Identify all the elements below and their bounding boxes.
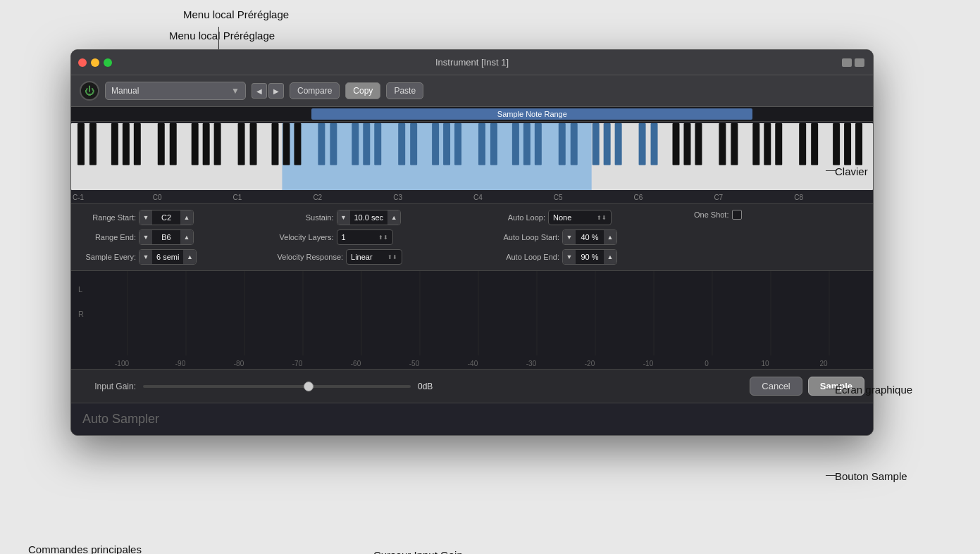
svg-rect-33 — [559, 123, 566, 165]
window-title: Instrument [Inst 1] — [435, 57, 509, 68]
svg-rect-25 — [432, 123, 439, 165]
sustain-increment[interactable]: ▲ — [387, 210, 400, 225]
svg-text:-60: -60 — [351, 360, 361, 367]
cancel-button[interactable]: Cancel — [750, 377, 802, 396]
sustain-decrement[interactable]: ▼ — [337, 210, 350, 225]
svg-rect-47 — [775, 123, 782, 165]
svg-rect-17 — [294, 123, 301, 165]
svg-rect-26 — [443, 123, 450, 165]
range-end-decrement[interactable]: ▼ — [139, 229, 152, 245]
graph-section: L R -100 -90 -80 -70 -60 -50 -40 -30 -20… — [71, 271, 873, 370]
svg-rect-44 — [731, 123, 738, 165]
svg-rect-21 — [363, 123, 370, 165]
velocity-layers-select[interactable]: 1 ⬆⬇ — [337, 229, 393, 245]
sample-every-row: Sample Every: ▼ 6 semi ▲ — [80, 249, 272, 265]
sustain-row: Sustain: ▼ 10.0 sec ▲ — [278, 210, 470, 225]
paste-button[interactable]: Paste — [386, 82, 423, 99]
svg-rect-49 — [811, 123, 818, 165]
footer-section: Auto Sampler — [71, 403, 873, 435]
svg-text:-90: -90 — [175, 360, 186, 367]
svg-rect-10 — [192, 123, 199, 165]
annotation-sample-btn-line — [826, 475, 836, 476]
one-shot-checkbox[interactable] — [732, 210, 742, 220]
range-start-increment[interactable]: ▲ — [180, 210, 193, 225]
power-button[interactable]: ⏻ — [80, 81, 99, 101]
auto-loop-select[interactable]: None ⬆⬇ — [548, 210, 612, 225]
auto-loop-start-increment[interactable]: ▲ — [604, 229, 616, 245]
copy-button[interactable]: Copy — [345, 82, 380, 99]
note-labels: C-1 C0 C1 C2 C3 C4 C5 C6 C7 C8 — [71, 191, 873, 203]
svg-rect-40 — [673, 123, 680, 165]
velocity-response-value: Linear — [351, 253, 373, 261]
svg-rect-42 — [695, 123, 702, 165]
range-start-row: Range Start: ▼ C2 ▲ — [80, 210, 272, 225]
auto-loop-start-stepper[interactable]: ▼ 40 % ▲ — [562, 229, 617, 245]
minimize-button[interactable] — [91, 58, 99, 67]
svg-rect-30 — [512, 123, 519, 165]
svg-rect-52 — [855, 123, 862, 165]
velocity-response-arrow-icon: ⬆⬇ — [387, 254, 397, 260]
svg-rect-18 — [318, 123, 325, 165]
input-gain-slider-thumb[interactable] — [304, 382, 314, 391]
sample-every-increment[interactable]: ▲ — [183, 249, 196, 265]
velocity-layers-row: Velocity Layers: 1 ⬆⬇ — [278, 229, 470, 245]
velocity-layers-label: Velocity Layers: — [278, 233, 334, 241]
sample-range-indicator[interactable]: Sample Note Range — [311, 108, 752, 120]
sample-every-label: Sample Every: — [80, 253, 136, 261]
svg-rect-22 — [374, 123, 381, 165]
range-end-increment[interactable]: ▲ — [180, 229, 193, 245]
auto-loop-arrow-icon: ⬆⬇ — [597, 215, 607, 221]
close-button[interactable] — [78, 58, 87, 67]
svg-rect-35 — [593, 123, 600, 165]
svg-rect-46 — [764, 123, 771, 165]
svg-rect-51 — [844, 123, 851, 165]
graph-svg: L R -100 -90 -80 -70 -60 -50 -40 -30 -20… — [71, 271, 873, 369]
note-c-minus1: C-1 — [71, 194, 151, 201]
svg-rect-32 — [535, 123, 542, 165]
svg-text:-20: -20 — [585, 360, 595, 367]
auto-loop-end-increment[interactable]: ▲ — [604, 249, 616, 265]
auto-loop-end-stepper[interactable]: ▼ 90 % ▲ — [562, 249, 617, 265]
keyboard-svg: // Rendered via SVG directly — [71, 122, 873, 191]
expand-icon[interactable] — [842, 58, 852, 67]
svg-rect-8 — [158, 123, 165, 165]
nav-prev-button[interactable]: ◀ — [252, 83, 267, 99]
svg-rect-37 — [615, 123, 622, 165]
svg-rect-15 — [272, 123, 279, 165]
expand-icon-2[interactable] — [855, 58, 864, 67]
sustain-stepper[interactable]: ▼ 10.0 sec ▲ — [337, 210, 402, 225]
nav-next-button[interactable]: ▶ — [268, 83, 284, 99]
dropdown-arrow-icon: ▼ — [231, 86, 240, 96]
velocity-response-select[interactable]: Linear ⬆⬇ — [346, 249, 402, 265]
range-end-label: Range End: — [80, 233, 136, 241]
sample-every-decrement[interactable]: ▼ — [139, 249, 152, 265]
auto-loop-start-decrement[interactable]: ▼ — [563, 229, 576, 245]
sample-range-bar: Sample Note Range — [71, 107, 873, 121]
range-start-stepper[interactable]: ▼ C2 ▲ — [139, 210, 194, 225]
preset-dropdown[interactable]: Manual ▼ — [105, 82, 246, 100]
sample-every-value: 6 semi — [152, 253, 183, 261]
auto-loop-start-row: Auto Loop Start: ▼ 40 % ▲ — [475, 229, 667, 245]
compare-button[interactable]: Compare — [290, 82, 340, 99]
range-end-row: Range End: ▼ B6 ▲ — [80, 229, 272, 245]
annotation-sample-btn: Bouton Sample — [835, 470, 907, 482]
preset-label: Manual — [111, 86, 139, 96]
range-start-decrement[interactable]: ▼ — [139, 210, 152, 225]
auto-loop-end-decrement[interactable]: ▼ — [563, 249, 576, 265]
sample-every-stepper[interactable]: ▼ 6 semi ▲ — [139, 249, 197, 265]
svg-rect-43 — [719, 123, 726, 165]
svg-rect-5 — [111, 123, 118, 165]
svg-rect-23 — [398, 123, 405, 165]
annotation-preset-menu: Menu local Préréglage — [183, 8, 289, 20]
svg-text:-10: -10 — [643, 360, 654, 367]
auto-loop-row: Auto Loop: None ⬆⬇ — [475, 210, 667, 225]
annotation-input-gain-cursor: Curseur Input Gain — [373, 549, 463, 554]
keyboard-container[interactable]: // Rendered via SVG directly — [71, 121, 873, 191]
auto-loop-value: None — [553, 213, 571, 222]
svg-rect-36 — [604, 123, 611, 165]
annotation-graph-line — [826, 389, 836, 389]
input-gain-section: Input Gain: 0dB Cancel Sample — [71, 370, 873, 403]
maximize-button[interactable] — [104, 58, 112, 67]
range-end-stepper[interactable]: ▼ B6 ▲ — [139, 229, 194, 245]
input-gain-slider-track[interactable] — [143, 385, 411, 388]
